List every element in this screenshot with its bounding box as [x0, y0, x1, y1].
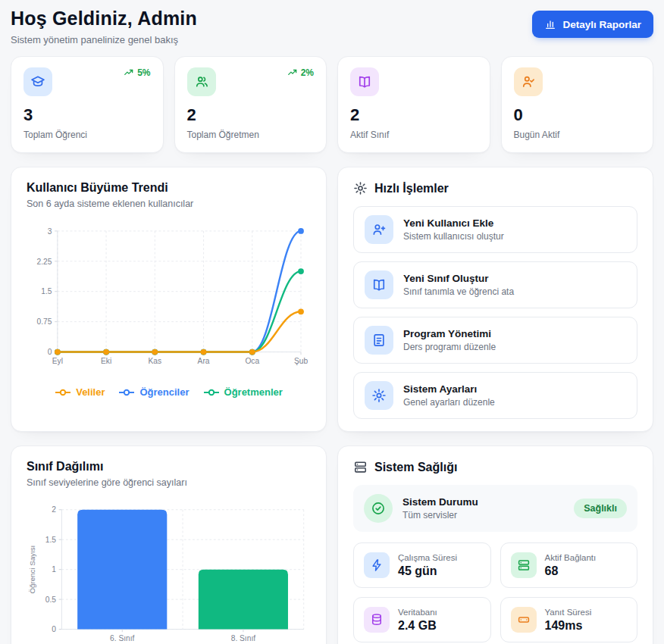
metric-connections: Aktif Bağlantı 68	[500, 542, 638, 588]
legend-item[interactable]: Öğretmenler	[203, 386, 283, 398]
stat-value: 3	[23, 105, 151, 125]
svg-text:0.5: 0.5	[45, 596, 57, 604]
bolt-icon	[364, 552, 390, 578]
metric-uptime: Çalışma Süresi 45 gün	[353, 542, 491, 588]
server-stack-icon	[353, 460, 368, 474]
svg-text:Kas: Kas	[149, 357, 162, 365]
svg-text:2: 2	[52, 505, 56, 514]
open-book-icon	[365, 270, 393, 299]
system-status-subtitle: Tüm servisler	[402, 510, 564, 521]
system-status-title: Sistem Durumu	[402, 496, 564, 508]
class-distribution-bar-chart: 00.511.526. Sınıf8. SınıfÖğrenci Sayısı	[27, 499, 311, 644]
metric-value: 2.4 GB	[398, 619, 437, 633]
health-metrics-grid: Çalışma Süresi 45 gün Aktif Bağlantı 68	[353, 542, 637, 642]
stat-card-active-today: 0 Bugün Aktif	[501, 56, 654, 153]
growth-line-chart: EylEkiKasAraOcaŞub00.751.52.253	[27, 218, 311, 379]
legend-item[interactable]: Veliler	[55, 386, 105, 398]
system-status-row: Sistem Durumu Tüm servisler Sağlıklı	[353, 485, 637, 532]
metric-label: Çalışma Süresi	[398, 553, 457, 562]
metric-database: Veritabanı 2.4 GB	[353, 597, 491, 642]
svg-text:Ara: Ara	[198, 357, 210, 365]
stat-label: Toplam Öğretmen	[187, 130, 315, 140]
page-subtitle: Sistem yönetim panelinize genel bakış	[11, 34, 197, 45]
trending-up-icon	[124, 67, 134, 78]
quick-action-add-user[interactable]: Yeni Kullanıcı Ekle Sistem kullanıcısı o…	[353, 206, 637, 253]
gear-icon	[365, 381, 393, 410]
quick-action-subtitle: Genel ayarları düzenle	[403, 397, 495, 408]
metric-label: Aktif Bağlantı	[545, 553, 597, 562]
quick-action-settings[interactable]: Sistem Ayarları Genel ayarları düzenle	[353, 372, 637, 419]
server-icon	[511, 607, 537, 633]
svg-text:Eki: Eki	[101, 357, 111, 365]
quick-action-schedule[interactable]: Program Yönetimi Ders programı düzenle	[353, 317, 637, 364]
quick-action-subtitle: Sistem kullanıcısı oluştur	[403, 231, 504, 242]
metric-value: 149ms	[545, 619, 592, 633]
legend-item[interactable]: Öğrenciler	[118, 386, 189, 398]
svg-text:Şub: Şub	[294, 357, 308, 365]
quick-action-subtitle: Ders programı düzenle	[403, 342, 496, 352]
quick-action-title: Yeni Kullanıcı Ekle	[403, 217, 504, 229]
trend-value: 2%	[301, 67, 314, 78]
metric-label: Yanıt Süresi	[545, 608, 592, 617]
detailed-reports-label: Detaylı Raporlar	[562, 19, 641, 30]
svg-text:1.5: 1.5	[41, 287, 52, 295]
admin-dashboard: Hoş Geldiniz, Admin Sistem yönetim panel…	[0, 0, 664, 644]
metric-value: 68	[545, 564, 597, 578]
metric-response-time: Yanıt Süresi 149ms	[500, 597, 638, 642]
metric-label: Veritabanı	[398, 608, 437, 617]
main-row-1: Kullanıcı Büyüme Trendi Son 6 ayda siste…	[11, 167, 653, 432]
graduation-cap-icon	[23, 67, 52, 96]
trend-badge: 2%	[287, 67, 314, 78]
growth-card-title: Kullanıcı Büyüme Trendi	[27, 181, 311, 195]
svg-text:8. Sınıf: 8. Sınıf	[231, 634, 255, 642]
stat-value: 0	[514, 105, 641, 125]
svg-text:3: 3	[48, 227, 52, 236]
document-icon	[365, 326, 393, 355]
growth-trend-card: Kullanıcı Büyüme Trendi Son 6 ayda siste…	[11, 167, 327, 432]
stat-card-students: 5% 3 Toplam Öğrenci	[11, 56, 164, 153]
check-circle-icon	[364, 494, 393, 523]
open-book-icon	[350, 67, 379, 96]
quick-action-title: Yeni Sınıf Oluştur	[403, 273, 514, 284]
stat-card-teachers: 2% 2 Toplam Öğretmen	[174, 56, 327, 153]
growth-chart-legend: VelilerÖğrencilerÖğretmenler	[27, 386, 311, 398]
distribution-title: Sınıf Dağılımı	[27, 460, 311, 474]
page-title: Hoş Geldiniz, Admin	[11, 8, 197, 30]
svg-text:Oca: Oca	[245, 357, 259, 365]
detailed-reports-button[interactable]: Detaylı Raporlar	[532, 11, 653, 38]
stat-label: Bugün Aktif	[514, 130, 641, 140]
distribution-subtitle: Sınıf seviyelerine göre öğrenci sayıları	[27, 477, 311, 488]
stat-value: 2	[350, 105, 478, 125]
database-icon	[364, 607, 390, 633]
stats-row: 5% 3 Toplam Öğrenci 2% 2 Toplam Öğretmen	[11, 56, 653, 153]
page-header: Hoş Geldiniz, Admin Sistem yönetim panel…	[11, 8, 653, 45]
svg-text:2.25: 2.25	[37, 258, 52, 266]
quick-action-title: Sistem Ayarları	[403, 383, 495, 395]
svg-text:1.5: 1.5	[45, 536, 57, 544]
trending-up-icon	[287, 67, 298, 78]
quick-actions-card: Hızlı İşlemler Yeni Kullanıcı Ekle Siste…	[337, 167, 653, 432]
quick-action-subtitle: Sınıf tanımla ve öğrenci ata	[403, 286, 514, 297]
bar-chart-icon	[544, 18, 556, 30]
svg-text:0: 0	[48, 348, 52, 356]
stat-label: Aktif Sınıf	[350, 130, 478, 140]
gear-icon	[353, 181, 368, 195]
svg-text:Eyl: Eyl	[52, 357, 63, 365]
svg-text:1: 1	[52, 565, 56, 574]
user-check-icon	[514, 67, 543, 96]
server-stack-icon	[511, 552, 537, 578]
svg-text:0: 0	[52, 625, 56, 633]
main-row-2: Sınıf Dağılımı Sınıf seviyelerine göre ö…	[11, 445, 653, 644]
trend-value: 5%	[137, 67, 150, 78]
trend-badge: 5%	[124, 67, 150, 78]
quick-action-create-class[interactable]: Yeni Sınıf Oluştur Sınıf tanımla ve öğre…	[353, 261, 637, 308]
quick-action-title: Program Yönetimi	[403, 328, 496, 339]
stat-value: 2	[187, 105, 315, 125]
users-icon	[187, 67, 216, 96]
status-badge: Sağlıklı	[574, 499, 627, 518]
system-health-card: Sistem Sağlığı Sistem Durumu Tüm servisl…	[337, 445, 653, 644]
stat-card-classes: 2 Aktif Sınıf	[337, 56, 490, 153]
quick-actions-title: Hızlı İşlemler	[374, 182, 449, 195]
system-health-title: Sistem Sağlığı	[374, 461, 457, 474]
stat-label: Toplam Öğrenci	[23, 130, 151, 140]
